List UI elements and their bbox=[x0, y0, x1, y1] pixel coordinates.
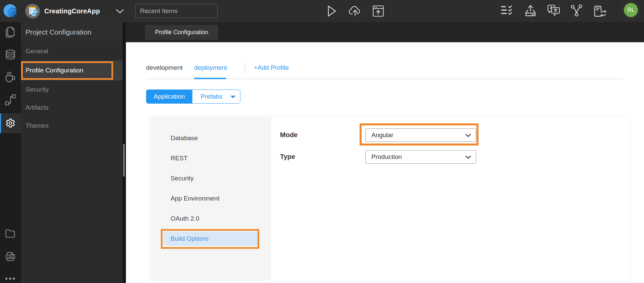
svg-text:LOG: LOG bbox=[7, 255, 14, 259]
